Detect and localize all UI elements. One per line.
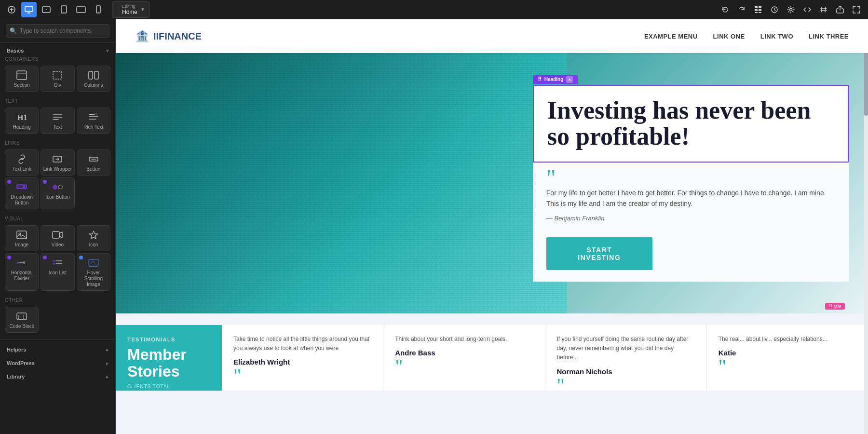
hash-button[interactable] [816,2,831,17]
svg-rect-14 [759,6,761,8]
testimonials-title: Member Stories [127,346,210,380]
hover-scrolling-image-component[interactable]: Hover Scrolling Image [77,253,110,291]
rich-text-label: Rich Text [83,124,103,130]
columns-component[interactable]: Columns [77,66,110,92]
hdivider-badge [7,256,11,259]
canvas-area: 🏦 IIFINANCE EXAMPLE MENU LINK ONE LINK T… [116,19,868,434]
logo-text: IIFINANCE [153,31,202,42]
search-input[interactable] [6,24,109,38]
div-component[interactable]: Div [41,66,74,92]
icon-button-component[interactable]: Icon Button [41,177,74,209]
dropdown-badge [7,180,11,184]
mobile-button[interactable] [91,2,106,17]
site-logo: 🏦 IIFINANCE [135,29,202,43]
button-label: Button [86,166,100,172]
heading-component[interactable]: H1 Heading [5,108,39,134]
quote-mark-icon-2: " [557,376,695,391]
tablet-landscape-button[interactable] [39,2,54,17]
svg-point-52 [19,233,21,235]
button-component[interactable]: Button [77,149,110,176]
svg-text:H1: H1 [17,113,27,122]
grid-button[interactable] [750,2,766,17]
library-chevron-icon: ▸ [106,374,108,380]
library-section-header[interactable]: Library ▸ [0,369,115,382]
add-button[interactable] [4,2,19,17]
other-section-label: Other [0,296,115,305]
redo-button[interactable] [734,2,749,17]
icon-list-icon [52,258,63,268]
image-component[interactable]: Image [5,225,39,251]
text-link-component[interactable]: Text Link [5,149,39,176]
rich-text-component[interactable]: B Rich Text [77,108,110,134]
export-button[interactable] [832,2,848,17]
logo-icon: 🏦 [135,29,149,43]
testimonial-text-0: Take time to notice all the little thing… [233,335,371,353]
svg-point-54 [17,262,19,264]
undo-button[interactable] [718,2,733,17]
code-block-label: Code Block [10,324,34,329]
cta-button[interactable]: START INVESTING [546,237,652,270]
testimonial-card-3: The real... about liv... especially rela… [707,325,868,391]
settings-button[interactable] [783,2,799,17]
testimonial-card-2: If you find yourself doing the same rout… [545,325,707,391]
svg-rect-28 [53,71,62,79]
code-block-component[interactable]: {...} Code Block [5,307,39,333]
wide-tablet-button[interactable] [73,2,89,17]
icon-button-label: Icon Button [45,194,70,200]
search-icon: 🔍 [10,27,17,34]
wordpress-chevron-icon: ▸ [106,361,108,366]
svg-rect-15 [755,9,758,11]
dropdown-button-label: Dropdown Button [7,194,36,206]
heading-tag: ⠿ Heading ▲ [533,75,578,84]
svg-rect-16 [759,9,761,11]
nav-link-two[interactable]: LINK TWO [760,33,793,40]
helpers-section-header[interactable]: Helpers ▸ [0,342,115,355]
hero-heading: Investing has never been so profitable! [547,97,834,150]
testimonial-text-3: The real... about liv... especially rela… [719,335,856,344]
basics-label: Basics [7,48,24,54]
canvas-scrollbar[interactable] [864,19,868,434]
quote-mark-icon-3: " [719,357,856,376]
top-toolbar: Editing Home ▼ [0,0,868,19]
toolbar-right-actions [718,2,864,17]
text-component[interactable]: Text [41,108,74,134]
testimonial-name-3: Katie [719,349,856,357]
link-wrapper-component[interactable]: Link Wrapper [41,149,74,176]
video-component[interactable]: Video [41,225,74,251]
horizontal-divider-component[interactable]: Horizontal Divider [5,253,39,291]
svg-line-21 [821,7,822,12]
dropdown-button-icon [16,182,27,192]
icon-visual-icon [88,230,99,240]
icon-component[interactable]: Icon [77,225,110,251]
hover-scrolling-image-icon [88,258,99,268]
nav-link-example-menu[interactable]: EXAMPLE MENU [644,33,698,40]
svg-rect-66 [116,53,567,313]
wordpress-section-header[interactable]: WordPress ▸ [0,355,115,369]
text-label: Text [53,124,62,130]
heading-label: Heading [13,124,31,130]
nav-link-three[interactable]: LINK THREE [809,33,849,40]
quote-mark-icon-0: " [233,366,371,385]
dropdown-chevron-icon: ▼ [140,7,145,12]
rich-text-icon: B [88,112,99,122]
div-badge-drag-icon: ⠿ [829,304,832,309]
section-component[interactable]: Section [5,66,39,92]
icon-list-component[interactable]: Icon List [41,253,74,291]
button-icon [88,154,99,164]
expand-button[interactable] [849,2,864,17]
tablet-portrait-button[interactable] [56,2,71,17]
history-button[interactable] [767,2,782,17]
icon-list-badge [43,256,47,259]
code-button[interactable] [800,2,815,17]
icon-button-icon [52,182,63,192]
dropdown-button-component[interactable]: Dropdown Button [5,177,39,209]
editing-dropdown[interactable]: Editing Home ▼ [112,1,149,18]
heading-tag-close-icon[interactable]: ▲ [566,76,573,83]
quote-text: For my life to get better I have to get … [546,188,835,209]
testimonial-card-1: Think about your short and long-term goa… [383,325,545,391]
nav-link-one[interactable]: LINK ONE [713,33,745,40]
desktop-view-button[interactable] [21,2,37,17]
link-wrapper-icon [52,154,63,164]
section-label: Section [14,82,29,88]
basics-section-header[interactable]: Basics ▾ [0,43,115,56]
